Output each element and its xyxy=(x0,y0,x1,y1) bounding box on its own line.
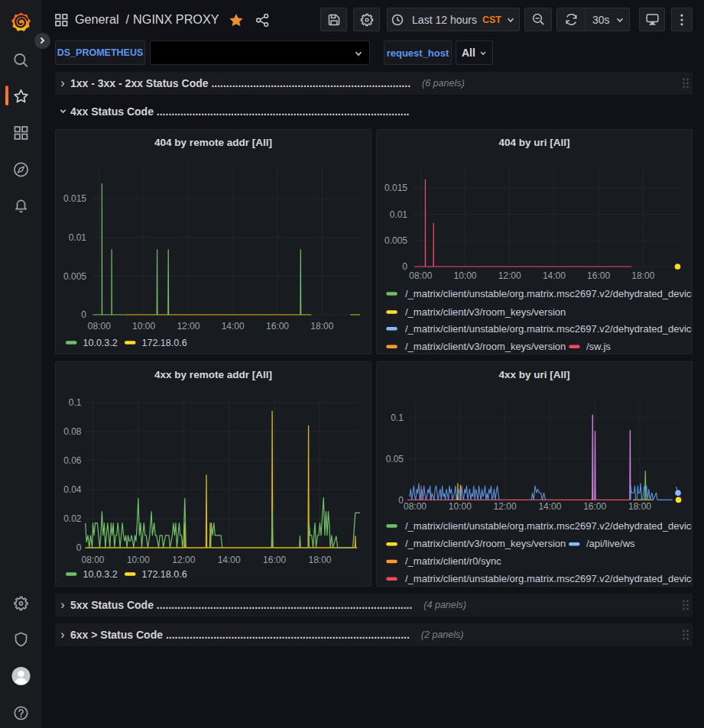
svg-text:08:00: 08:00 xyxy=(404,501,427,512)
svg-text:/_matrix/client/unstable/org.m: /_matrix/client/unstable/org.matrix.msc2… xyxy=(405,323,692,335)
svg-text:0: 0 xyxy=(76,542,82,553)
svg-text:0.1: 0.1 xyxy=(391,413,404,423)
svg-text:/_matrix/client/v3/room_keys/v: /_matrix/client/v3/room_keys/version xyxy=(405,538,566,549)
svg-text:08:00: 08:00 xyxy=(409,270,432,281)
svg-text:0.015: 0.015 xyxy=(384,183,407,193)
svg-text:14:00: 14:00 xyxy=(538,501,561,512)
svg-text:16:00: 16:00 xyxy=(263,555,286,565)
svg-text:/_matrix/client/unstable/org.m: /_matrix/client/unstable/org.matrix.msc2… xyxy=(405,573,692,584)
svg-text:/api/live/ws: /api/live/ws xyxy=(586,538,635,549)
svg-text:0.1: 0.1 xyxy=(69,397,82,408)
svg-text:12:00: 12:00 xyxy=(498,270,521,281)
svg-text:/sw.js: /sw.js xyxy=(586,341,611,352)
svg-text:/_matrix/client/v3/room_keys/v: /_matrix/client/v3/room_keys/version xyxy=(405,341,566,352)
svg-text:0.08: 0.08 xyxy=(63,426,82,437)
svg-text:10:00: 10:00 xyxy=(453,270,476,281)
svg-text:0.01: 0.01 xyxy=(69,232,87,243)
svg-text:08:00: 08:00 xyxy=(88,321,111,332)
svg-text:/_matrix/client/r0/sync: /_matrix/client/r0/sync xyxy=(405,555,501,567)
svg-text:10:00: 10:00 xyxy=(127,555,150,565)
svg-text:0.06: 0.06 xyxy=(63,455,82,466)
svg-text:16:00: 16:00 xyxy=(587,270,610,281)
svg-text:10:00: 10:00 xyxy=(132,321,155,332)
svg-text:14:00: 14:00 xyxy=(543,270,566,281)
svg-text:12:00: 12:00 xyxy=(172,555,195,565)
svg-text:14:00: 14:00 xyxy=(222,321,245,332)
svg-text:0.015: 0.015 xyxy=(63,193,86,204)
svg-text:18:00: 18:00 xyxy=(628,501,651,512)
svg-text:10.0.3.2: 10.0.3.2 xyxy=(83,569,118,580)
svg-text:172.18.0.6: 172.18.0.6 xyxy=(142,569,187,580)
svg-text:172.18.0.6: 172.18.0.6 xyxy=(142,338,187,348)
svg-text:12:00: 12:00 xyxy=(494,501,517,512)
svg-text:0.01: 0.01 xyxy=(390,209,408,220)
svg-text:0: 0 xyxy=(402,261,407,272)
svg-text:/_matrix/client/v3/room_keys/v: /_matrix/client/v3/room_keys/version xyxy=(405,306,566,318)
svg-text:0.005: 0.005 xyxy=(384,235,407,246)
svg-text:16:00: 16:00 xyxy=(583,501,606,512)
svg-text:14:00: 14:00 xyxy=(218,555,241,565)
svg-text:16:00: 16:00 xyxy=(266,321,289,332)
svg-text:08:00: 08:00 xyxy=(81,555,104,565)
svg-text:12:00: 12:00 xyxy=(177,321,200,332)
svg-text:18:00: 18:00 xyxy=(631,270,654,281)
svg-text:0.04: 0.04 xyxy=(63,484,82,495)
svg-text:10:00: 10:00 xyxy=(449,501,472,512)
svg-text:18:00: 18:00 xyxy=(310,321,333,332)
svg-text:10.0.3.2: 10.0.3.2 xyxy=(83,338,118,348)
svg-text:18:00: 18:00 xyxy=(308,555,331,565)
svg-text:0.05: 0.05 xyxy=(386,454,404,464)
svg-text:/_matrix/client/unstable/org.m: /_matrix/client/unstable/org.matrix.msc2… xyxy=(405,520,692,532)
svg-text:0: 0 xyxy=(81,309,86,320)
svg-text:0.02: 0.02 xyxy=(63,513,82,524)
svg-text:/_matrix/client/unstable/org.m: /_matrix/client/unstable/org.matrix.msc2… xyxy=(405,288,692,299)
svg-text:0.005: 0.005 xyxy=(63,271,86,282)
